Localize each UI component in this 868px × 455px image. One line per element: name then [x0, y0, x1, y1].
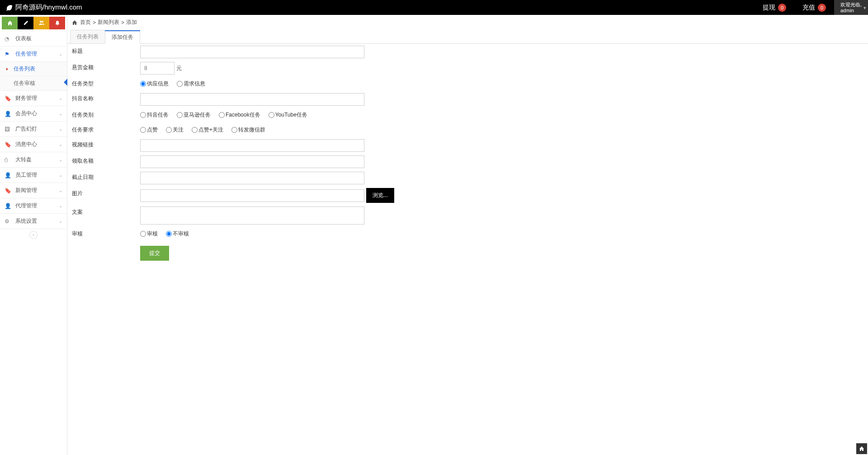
breadcrumb-home[interactable]: 首页	[80, 19, 91, 26]
user-icon: 👤	[5, 203, 12, 209]
input-video-link[interactable]	[140, 139, 364, 152]
brand: 阿奇源码/hnymwl.com	[0, 3, 88, 12]
tab-task-list[interactable]: 任务列表	[70, 30, 105, 43]
label-copy: 文案	[67, 205, 137, 226]
radio-req-share[interactable]: 转发微信群	[231, 126, 265, 134]
user-menu[interactable]: 欢迎光临, admin ▾	[834, 0, 868, 15]
radio-cat-youtube[interactable]: YouTube任务	[269, 111, 307, 119]
sidebar-collapse-button[interactable]: ‹	[0, 229, 67, 241]
sidebar-item-finance[interactable]: 🔖 财务管理 ⌄	[0, 91, 67, 106]
sidebar-subitem-task-audit[interactable]: 任务审核	[0, 76, 67, 91]
bookmark-o-icon: 🔖	[5, 141, 12, 148]
brand-text: 阿奇源码/hnymwl.com	[15, 3, 82, 12]
back-to-top-button[interactable]	[856, 443, 867, 454]
form: 标题 悬赏金额 元 任务类型 供应信息 需求信息 抖音名称	[67, 44, 868, 265]
label-category: 任务类别	[67, 108, 137, 122]
input-douyin-name[interactable]	[140, 93, 364, 106]
chevron-down-icon: ⌄	[59, 173, 62, 178]
sidebar-item-label: 大转盘	[15, 156, 32, 164]
input-copy[interactable]	[140, 206, 364, 225]
input-reward[interactable]	[140, 62, 175, 75]
chevron-down-icon: ⌄	[59, 219, 62, 224]
radio-req-like[interactable]: 点赞	[140, 126, 158, 134]
welcome-text: 欢迎光临,	[840, 2, 862, 8]
sidebar: ◔ 仪表板 ⚑ 任务管理 ⌄ 任务列表 任务审核 🔖 财务管理 ⌄ 👤 会员中心…	[0, 15, 67, 455]
input-image-path[interactable]	[140, 189, 364, 202]
sidebar-item-label: 广告幻灯	[15, 125, 37, 133]
sidebar-item-label: 员工管理	[15, 171, 37, 179]
radio-req-like-follow[interactable]: 点赞+关注	[192, 126, 223, 134]
recharge-badge: 0	[818, 4, 826, 12]
sidebar-item-label: 新闻管理	[15, 187, 37, 194]
label-deadline: 截止日期	[67, 170, 137, 186]
breadcrumb: 首页 > 新闻列表 > 添加	[67, 15, 868, 30]
input-title[interactable]	[140, 46, 364, 58]
home-icon	[7, 20, 13, 26]
input-deadline[interactable]	[140, 172, 364, 184]
radio-supply[interactable]: 供应信息	[140, 80, 169, 88]
sidebar-item-news[interactable]: 🔖 新闻管理 ⌄	[0, 183, 67, 198]
sidebar-item-label: 任务管理	[15, 50, 37, 58]
bell-button[interactable]	[49, 17, 65, 29]
home-button[interactable]	[2, 17, 18, 29]
breadcrumb-news-list[interactable]: 新闻列表	[98, 19, 119, 26]
recharge-label: 充值	[802, 4, 815, 12]
label-title: 标题	[67, 44, 137, 60]
chevron-down-icon: ⌄	[59, 188, 62, 193]
image-icon: 🖼	[5, 126, 12, 132]
leaf-icon	[5, 4, 13, 11]
label-reward: 悬赏金额	[67, 60, 137, 76]
sidebar-item-wheel[interactable]: ⎙ 大转盘 ⌄	[0, 152, 67, 168]
chevron-down-icon: ⌄	[59, 142, 62, 147]
radio-req-follow[interactable]: 关注	[166, 126, 184, 134]
sidebar-item-dashboard[interactable]: ◔ 仪表板	[0, 31, 67, 47]
chevron-down-icon: ⌄	[59, 127, 62, 131]
radio-cat-douyin[interactable]: 抖音任务	[140, 111, 169, 119]
sidebar-item-member[interactable]: 👤 会员中心 ⌄	[0, 106, 67, 122]
sidebar-item-label: 代理管理	[15, 202, 37, 210]
sidebar-subitem-task-list[interactable]: 任务列表	[0, 62, 67, 76]
label-image: 图片	[67, 186, 137, 205]
active-indicator	[64, 79, 67, 86]
radio-cat-amazon[interactable]: 亚马逊任务	[177, 111, 211, 119]
chevron-down-icon: ⌄	[59, 96, 62, 101]
submit-button[interactable]: 提交	[140, 246, 169, 261]
dashboard-icon: ◔	[5, 36, 12, 42]
users-button[interactable]	[33, 17, 49, 29]
pencil-icon	[23, 20, 28, 26]
sidebar-menu: ◔ 仪表板 ⚑ 任务管理 ⌄ 任务列表 任务审核 🔖 财务管理 ⌄ 👤 会员中心…	[0, 31, 67, 448]
radio-audit-no[interactable]: 不审核	[166, 230, 189, 238]
sidebar-quick-buttons	[0, 15, 67, 31]
gear-icon: ⚙	[5, 218, 12, 225]
label-video-link: 视频链接	[67, 137, 137, 154]
sidebar-item-label: 仪表板	[15, 35, 32, 42]
edit-button[interactable]	[18, 17, 33, 29]
sidebar-item-label: 会员中心	[15, 110, 37, 117]
label-quota: 领取名额	[67, 154, 137, 170]
sidebar-item-settings[interactable]: ⚙ 系统设置 ⌄	[0, 214, 67, 229]
chevron-left-icon: ‹	[29, 231, 38, 239]
radio-cat-facebook[interactable]: Facebook任务	[219, 111, 260, 119]
withdraw-alert[interactable]: 提现 0	[755, 4, 794, 12]
topbar: 阿奇源码/hnymwl.com 提现 0 充值 0 欢迎光临, admin ▾	[0, 0, 868, 15]
users-icon	[39, 20, 44, 26]
browse-button[interactable]: 浏览...	[366, 188, 394, 203]
label-requirement: 任务要求	[67, 122, 137, 137]
submenu-task: 任务列表 任务审核	[0, 62, 67, 91]
sidebar-scrollbar[interactable]	[0, 448, 67, 455]
sidebar-item-ads[interactable]: 🖼 广告幻灯 ⌄	[0, 122, 67, 137]
label-audit: 审核	[67, 226, 137, 241]
radio-demand[interactable]: 需求信息	[177, 80, 205, 88]
recharge-alert[interactable]: 充值 0	[794, 4, 834, 12]
radio-audit-yes[interactable]: 审核	[140, 230, 158, 238]
input-quota[interactable]	[140, 155, 364, 168]
chevron-down-icon: ▾	[863, 5, 866, 10]
bookmark-icon: 🔖	[5, 95, 12, 102]
sidebar-item-task-mgmt[interactable]: ⚑ 任务管理 ⌄	[0, 47, 67, 62]
sidebar-item-agent[interactable]: 👤 代理管理 ⌄	[0, 198, 67, 214]
tab-add-task[interactable]: 添加任务	[105, 30, 140, 44]
label-type: 任务类型	[67, 76, 137, 91]
sidebar-item-message[interactable]: 🔖 消息中心 ⌄	[0, 137, 67, 152]
sidebar-item-staff[interactable]: 👤 员工管理 ⌄	[0, 168, 67, 183]
withdraw-badge: 0	[778, 4, 786, 12]
